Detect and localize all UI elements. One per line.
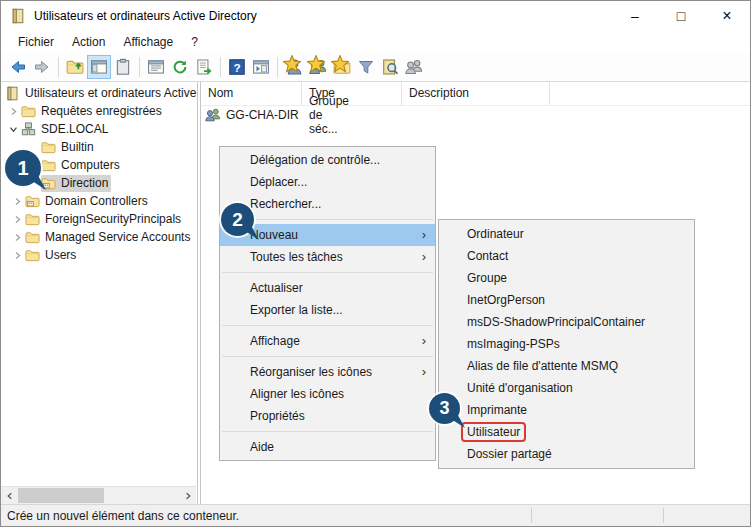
close-button[interactable]: × — [704, 1, 750, 31]
members-icon[interactable] — [402, 55, 426, 79]
tree-item-label: Direction — [61, 176, 108, 190]
new-group-icon[interactable] — [306, 55, 330, 79]
submenu-item-utilisateur[interactable]: Utilisateur — [439, 421, 694, 443]
chevron-right-icon[interactable] — [11, 231, 23, 243]
tree-item-root[interactable]: Utilisateurs et ordinateurs Active Direc… — [1, 84, 197, 102]
console-tree-pane: Utilisateurs et ordinateurs Active Direc… — [1, 82, 198, 504]
new-user-icon[interactable] — [282, 55, 306, 79]
menu-item-deplacer[interactable]: Déplacer... — [220, 171, 435, 193]
menu-item-reorganiser-les-icones[interactable]: Réorganiser les icônes› — [220, 361, 435, 383]
filter-icon[interactable] — [354, 55, 378, 79]
folder-icon — [25, 212, 40, 227]
back-icon[interactable] — [6, 55, 30, 79]
menu-item-label: Actualiser — [250, 281, 303, 295]
submenu-item-msds-shadowprincipalcontainer[interactable]: msDS-ShadowPrincipalContainer — [439, 311, 694, 333]
menu-item-aide[interactable]: Aide — [220, 436, 435, 458]
menu-item-label: Nouveau — [250, 228, 298, 242]
tree-item-label: Builtin — [61, 140, 94, 154]
status-pane-divider — [663, 508, 664, 523]
menu-help[interactable]: ? — [182, 33, 207, 51]
submenu-item-alias-msmq[interactable]: Alias de file d'attente MSMQ — [439, 355, 694, 377]
horizontal-scrollbar[interactable] — [1, 486, 196, 504]
scrollbar-thumb[interactable] — [18, 488, 104, 503]
column-header-description[interactable]: Description — [402, 82, 550, 105]
tree-item-saved-queries[interactable]: Requêtes enregistrées — [1, 102, 197, 120]
window-title: Utilisateurs et ordinateurs Active Direc… — [34, 9, 257, 23]
submenu-item-unite-organisation[interactable]: Unité d'organisation — [439, 377, 694, 399]
menu-item-aligner-les-icones[interactable]: Aligner les icônes — [220, 383, 435, 405]
submenu-item-label: Utilisateur — [467, 425, 520, 439]
list-header: Nom Type Description — [201, 82, 750, 106]
submenu-item-label: Unité d'organisation — [467, 381, 573, 395]
tree-item-managed-service-accounts[interactable]: Managed Service Accounts — [1, 228, 197, 246]
row-name: GG-CHA-DIR — [226, 108, 299, 122]
title-bar: Utilisateurs et ordinateurs Active Direc… — [1, 1, 750, 31]
domain-icon — [21, 122, 36, 137]
action-sheet-icon[interactable] — [144, 55, 168, 79]
chevron-down-icon[interactable] — [7, 123, 19, 135]
menu-item-actualiser[interactable]: Actualiser — [220, 277, 435, 299]
console-tree-icon[interactable] — [87, 55, 111, 79]
tree-item-label: SDE.LOCAL — [41, 122, 108, 136]
menu-item-label: Exporter la liste... — [250, 303, 343, 317]
up-one-level-icon[interactable] — [63, 55, 87, 79]
help-icon[interactable]: ? — [225, 55, 249, 79]
toolbar-separator — [277, 57, 278, 77]
submenu-item-label: Ordinateur — [467, 227, 524, 241]
chevron-right-icon[interactable] — [11, 213, 23, 225]
tree-item-label: Domain Controllers — [45, 194, 148, 208]
forward-icon[interactable] — [30, 55, 54, 79]
tree-item-label: Managed Service Accounts — [45, 230, 190, 244]
directory-book-icon — [5, 86, 20, 101]
folder-icon — [41, 140, 56, 155]
menu-fichier[interactable]: Fichier — [9, 33, 63, 51]
refresh-icon[interactable] — [168, 55, 192, 79]
properties-icon[interactable] — [111, 55, 135, 79]
submenu-item-inetorgperson[interactable]: InetOrgPerson — [439, 289, 694, 311]
submenu-item-imprimante[interactable]: Imprimante — [439, 399, 694, 421]
tree-item-users[interactable]: Users — [1, 246, 197, 264]
new-ou-icon[interactable] — [330, 55, 354, 79]
menu-item-toutes-les-taches[interactable]: Toutes les tâches› — [220, 246, 435, 268]
submenu-item-msimaging-psps[interactable]: msImaging-PSPs — [439, 333, 694, 355]
menu-affichage[interactable]: Affichage — [114, 33, 182, 51]
status-bar: Crée un nouvel élément dans ce conteneur… — [1, 504, 750, 526]
new-star-icon — [283, 55, 301, 73]
menu-item-label: Affichage — [250, 334, 300, 348]
submenu-item-ordinateur[interactable]: Ordinateur — [439, 223, 694, 245]
find-icon[interactable] — [378, 55, 402, 79]
show-action-pane-icon[interactable] — [249, 55, 273, 79]
tree-item-label: ForeignSecurityPrincipals — [45, 212, 181, 226]
chevron-right-icon[interactable] — [11, 195, 23, 207]
menu-separator — [222, 325, 433, 326]
submenu-item-dossier-partage[interactable]: Dossier partagé — [439, 443, 694, 465]
tree-item-foreign-security-principals[interactable]: ForeignSecurityPrincipals — [1, 210, 197, 228]
tree-item-domain-controllers[interactable]: Domain Controllers — [1, 192, 197, 210]
submenu-arrow-icon: › — [422, 361, 426, 383]
export-list-icon[interactable] — [192, 55, 216, 79]
tree-item-domain[interactable]: SDE.LOCAL — [1, 120, 197, 138]
ou-folder-icon — [25, 194, 40, 209]
menu-action[interactable]: Action — [63, 33, 114, 51]
minimize-button[interactable]: – — [612, 1, 658, 31]
scroll-left-icon[interactable] — [1, 487, 18, 504]
new-star-icon — [331, 55, 349, 73]
chevron-right-icon[interactable] — [11, 249, 23, 261]
menu-item-affichage[interactable]: Affichage› — [220, 330, 435, 352]
scroll-right-icon[interactable] — [179, 487, 196, 504]
maximize-button[interactable]: □ — [658, 1, 704, 31]
menu-item-proprietes[interactable]: Propriétés — [220, 405, 435, 427]
menu-item-label: Déplacer... — [250, 175, 307, 189]
menu-item-delegation[interactable]: Délégation de contrôle... — [220, 149, 435, 171]
submenu-item-contact[interactable]: Contact — [439, 245, 694, 267]
list-row-gg-cha-dir[interactable]: GG-CHA-DIR Groupe de séc... — [201, 105, 299, 125]
submenu-item-label: msDS-ShadowPrincipalContainer — [467, 315, 645, 329]
submenu-item-groupe[interactable]: Groupe — [439, 267, 694, 289]
column-header-nom[interactable]: Nom — [201, 82, 302, 105]
folder-icon — [25, 230, 40, 245]
chevron-right-icon[interactable] — [7, 105, 19, 117]
toolbar: ? — [1, 53, 750, 82]
step-badge-3: 3 — [429, 393, 460, 424]
svg-text:?: ? — [233, 61, 240, 75]
menu-item-exporter-la-liste[interactable]: Exporter la liste... — [220, 299, 435, 321]
